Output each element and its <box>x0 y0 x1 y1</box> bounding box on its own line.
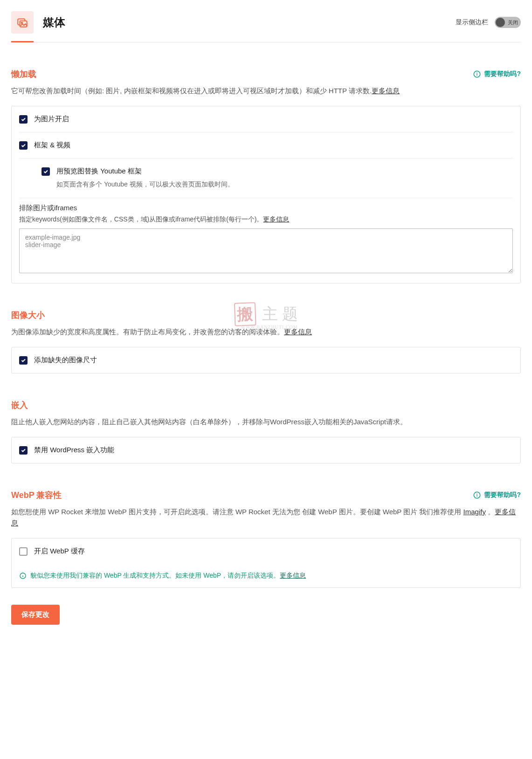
option-add-dimensions: 添加缺失的图像尺寸 <box>12 347 520 373</box>
help-link-webp[interactable]: i 需要帮助吗? <box>473 491 521 499</box>
exclude-desc: 指定keywords(例如图像文件名，CSS类，域)从图像或iframe代码被排… <box>19 215 513 224</box>
label-enable-images: 为图片开启 <box>34 115 513 124</box>
check-icon <box>43 169 48 174</box>
show-sidebar-toggle[interactable]: 关闭 <box>495 17 521 28</box>
sub-youtube-preview: 如页面含有多个 Youtube 视频，可以极大改善页面加载时间。 <box>56 179 513 189</box>
label-enable-webp: 开启 WebP 缓存 <box>34 547 513 556</box>
panel-embed: 禁用 WordPress 嵌入功能 <box>11 437 521 463</box>
section-title-lazyload: 懒加载 <box>11 69 36 80</box>
webp-notice: 貌似您未使用我们兼容的 WebP 生成和支持方式。如未使用 WebP，请勿开启该… <box>12 564 520 587</box>
more-info-image-size[interactable]: 更多信息 <box>284 328 312 336</box>
exclude-block: 排除图片或iframes 指定keywords(例如图像文件名，CSS类，域)从… <box>12 198 520 283</box>
help-icon: i <box>473 70 481 78</box>
option-youtube-preview: 用预览图替换 Youtube 框架 如页面含有多个 Youtube 视频，可以极… <box>19 159 513 198</box>
svg-text:i: i <box>477 72 478 76</box>
label-youtube-preview: 用预览图替换 Youtube 框架 <box>56 167 513 176</box>
check-icon <box>21 358 26 363</box>
page-header: 媒体 显示侧边栏 关闭 <box>11 11 521 42</box>
checkbox-enable-webp[interactable] <box>19 547 28 556</box>
label-disable-embed: 禁用 WordPress 嵌入功能 <box>34 446 513 455</box>
exclude-textarea[interactable] <box>19 228 513 273</box>
panel-image-size: 添加缺失的图像尺寸 <box>11 347 521 373</box>
help-link-lazyload[interactable]: i 需要帮助吗? <box>473 70 521 78</box>
section-title-webp: WebP 兼容性 <box>11 490 62 501</box>
checkbox-enable-frames[interactable] <box>19 141 28 150</box>
section-embed: 嵌入 阻止他人嵌入您网站的内容，阻止自己嵌入其他网站内容（白名单除外），并移除与… <box>11 400 521 463</box>
label-add-dimensions: 添加缺失的图像尺寸 <box>34 356 513 365</box>
page-title: 媒体 <box>43 15 65 30</box>
panel-lazyload: 为图片开启 框架 & 视频 用预览图替换 Youtube 框架 如页面含有多个 … <box>11 106 521 283</box>
svg-point-2 <box>21 22 23 24</box>
more-info-exclude[interactable]: 更多信息 <box>263 215 289 223</box>
check-icon <box>21 117 26 122</box>
option-disable-embed: 禁用 WordPress 嵌入功能 <box>12 437 520 463</box>
option-enable-images: 为图片开启 <box>19 106 513 132</box>
checkbox-enable-images[interactable] <box>19 115 28 124</box>
section-image-size: 图像大小 为图像添加缺少的宽度和高度属性。有助于防止布局变化，并改善您的访客的阅… <box>11 310 521 373</box>
section-desc-lazyload: 它可帮您改善加载时间（例如: 图片, 内嵌框架和视频将仅在进入或即将进入可视区域… <box>11 85 521 97</box>
section-title-image-size: 图像大小 <box>11 310 45 321</box>
panel-webp: 开启 WebP 缓存 貌似您未使用我们兼容的 WebP 生成和支持方式。如未使用… <box>11 538 521 588</box>
option-enable-frames: 框架 & 视频 <box>19 132 513 159</box>
section-desc-image-size: 为图像添加缺少的宽度和高度属性。有助于防止布局变化，并改善您的访客的阅读体验。更… <box>11 326 521 338</box>
section-lazyload: 懒加载 i 需要帮助吗? 它可帮您改善加载时间（例如: 图片, 内嵌框架和视频将… <box>11 69 521 283</box>
option-enable-webp: 开启 WebP 缓存 <box>12 538 520 564</box>
label-enable-frames: 框架 & 视频 <box>34 141 513 150</box>
section-webp: WebP 兼容性 i 需要帮助吗? 如您想使用 WP Rocket 来增加 We… <box>11 490 521 588</box>
show-sidebar-label: 显示侧边栏 <box>456 18 488 27</box>
imagify-link[interactable]: Imagify <box>463 508 486 516</box>
section-desc-webp: 如您想使用 WP Rocket 来增加 WebP 图片支持，可开启此选项。请注意… <box>11 506 521 529</box>
check-icon <box>21 143 26 148</box>
toggle-knob <box>496 18 505 27</box>
toggle-off-text: 关闭 <box>508 19 518 26</box>
help-icon: i <box>473 491 481 499</box>
save-button[interactable]: 保存更改 <box>11 605 60 625</box>
svg-text:i: i <box>477 493 478 497</box>
check-icon <box>21 448 26 453</box>
checkbox-youtube-preview[interactable] <box>41 167 50 176</box>
section-title-embed: 嵌入 <box>11 400 28 411</box>
checkbox-add-dimensions[interactable] <box>19 356 28 365</box>
more-info-webp-notice[interactable]: 更多信息 <box>280 572 306 579</box>
more-info-lazyload[interactable]: 更多信息 <box>372 87 400 95</box>
checkbox-disable-embed[interactable] <box>19 446 28 455</box>
media-icon <box>11 11 34 34</box>
section-desc-embed: 阻止他人嵌入您网站的内容，阻止自己嵌入其他网站内容（白名单除外），并移除与Wor… <box>11 416 521 428</box>
info-icon <box>19 572 27 580</box>
exclude-title: 排除图片或iframes <box>19 204 513 213</box>
